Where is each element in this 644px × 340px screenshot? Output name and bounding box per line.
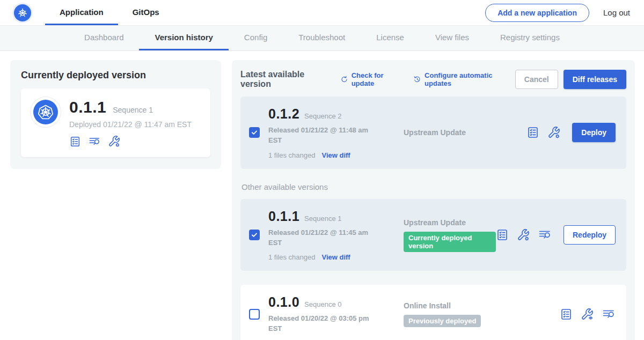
checklist-icon[interactable] [526,126,539,139]
subtab-config[interactable]: Config [229,26,283,50]
tab-gitops[interactable]: GitOps [118,0,174,25]
subtab-version-history[interactable]: Version history [139,26,228,50]
version-checkbox[interactable] [249,230,260,240]
deployed-version-box: 0.1.1 Sequence 1 Deployed 01/21/22 @ 11:… [21,88,210,157]
version-info: 0.1.1 Sequence 1 Released 01/21/22 @ 11:… [268,209,391,262]
latest-version-header: Latest available version Check for updat… [240,70,626,89]
files-changed-label: 1 files changed [268,253,315,261]
version-actions: Deploy [526,123,618,142]
version-row-0-1-0: 0.1.0 Sequence 0 Released 01/20/22 @ 03:… [240,285,626,340]
version-number: 0.1.0 [268,294,299,310]
top-spacer [174,0,485,25]
source-label: Upstream Update [404,128,526,137]
version-row-0-1-2: 0.1.2 Sequence 2 Released 01/21/22 @ 11:… [240,97,626,169]
subtab-registry-settings[interactable]: Registry settings [485,26,575,50]
checklist-icon[interactable] [560,308,573,321]
wrench-gear-icon[interactable] [517,228,530,241]
top-right: Add a new application Log out [485,0,630,25]
subtab-dashboard[interactable]: Dashboard [69,26,139,50]
cancel-button[interactable]: Cancel [515,70,558,89]
wrench-gear-icon[interactable] [108,135,120,147]
checklist-icon[interactable] [69,136,81,147]
released-timestamp: Released 01/21/22 @ 11:48 am EST [268,125,374,146]
lines-magnifier-icon[interactable] [538,228,552,241]
version-info: 0.1.2 Sequence 2 Released 01/21/22 @ 11:… [268,106,391,159]
checkbox-check-icon [251,231,258,239]
released-timestamp: Released 01/20/22 @ 03:05 pm EST [268,314,374,334]
checkbox-check-icon [251,129,258,136]
released-timestamp: Released 01/21/22 @ 11:45 am EST [268,228,374,248]
lines-magnifier-icon[interactable] [88,136,101,147]
configure-auto-updates-label: Configure automatic updates [425,71,515,87]
sequence-label: Sequence 1 [304,215,341,223]
kubernetes-app-icon [33,100,58,124]
check-for-update-link[interactable]: Check for update [340,71,405,87]
source-label: Online Install [404,301,560,310]
wrench-gear-icon[interactable] [547,126,560,139]
view-diff-link[interactable]: View diff [321,253,350,261]
version-info: 0.1.0 Sequence 0 Released 01/20/22 @ 03:… [268,294,391,334]
source-label: Upstream Update [404,218,496,227]
app-subnav: Dashboard Version history Config Trouble… [0,26,644,51]
previously-deployed-badge: Previously deployed [404,315,481,327]
tab-application-label: Application [60,8,104,17]
version-row-0-1-1: 0.1.1 Sequence 1 Released 01/21/22 @ 11:… [240,199,626,271]
brand [14,0,31,25]
version-history-panel: Latest available version Check for updat… [232,60,635,340]
clock-refresh-icon [413,75,421,84]
wrench-eye-icon[interactable] [581,308,594,321]
top-navbar: Application GitOps Add a new application… [0,0,644,26]
version-source: Upstream Update Currently deployed versi… [391,218,496,252]
version-number: 0.1.1 [268,209,299,224]
check-for-update-label: Check for update [352,71,405,87]
kubernetes-logo-icon [14,4,31,21]
version-actions: Redeploy [496,225,618,245]
deployed-version-meta: 0.1.1 Sequence 1 Deployed 01/21/22 @ 11:… [69,97,192,147]
tab-gitops-label: GitOps [133,8,159,17]
version-checkbox[interactable] [249,127,260,138]
main-content: Currently deployed version [0,51,644,340]
version-actions [560,308,618,321]
version-checkbox[interactable] [249,309,260,320]
deploy-button[interactable]: Deploy [572,123,616,142]
currently-deployed-card: Currently deployed version [10,60,221,169]
subtab-license[interactable]: License [361,26,420,50]
lines-magnifier-icon[interactable] [602,308,616,321]
deployed-sequence-label: Sequence 1 [113,106,153,114]
add-new-application-button[interactable]: Add a new application [485,4,589,22]
version-source: Upstream Update [391,128,526,137]
view-diff-link[interactable]: View diff [321,151,350,159]
latest-version-title: Latest available version [240,70,332,89]
deployed-icon-row [69,135,192,147]
subtab-troubleshoot[interactable]: Troubleshoot [283,26,361,50]
sequence-label: Sequence 2 [304,112,341,120]
currently-deployed-badge: Currently deployed version [404,232,496,252]
files-changed-label: 1 files changed [268,151,315,159]
diff-releases-button[interactable]: Diff releases [564,70,626,89]
logout-button[interactable]: Log out [603,8,630,17]
checklist-icon[interactable] [496,228,509,241]
sequence-label: Sequence 0 [304,300,341,308]
other-versions-heading: Other available versions [241,182,625,191]
deployed-card-title: Currently deployed version [21,70,210,81]
version-source: Online Install Previously deployed [391,301,560,327]
version-number: 0.1.2 [268,106,299,122]
tab-application[interactable]: Application [45,0,118,25]
deployed-timestamp: Deployed 01/21/22 @ 11:47 am EST [69,120,192,129]
redeploy-button[interactable]: Redeploy [564,225,616,245]
subtab-view-files[interactable]: View files [420,26,485,50]
app-logo-ring [31,97,61,127]
deployed-version-number: 0.1.1 [69,98,106,116]
top-tabs: Application GitOps [45,0,174,25]
refresh-icon [340,75,348,84]
configure-auto-updates-link[interactable]: Configure automatic updates [413,71,515,87]
